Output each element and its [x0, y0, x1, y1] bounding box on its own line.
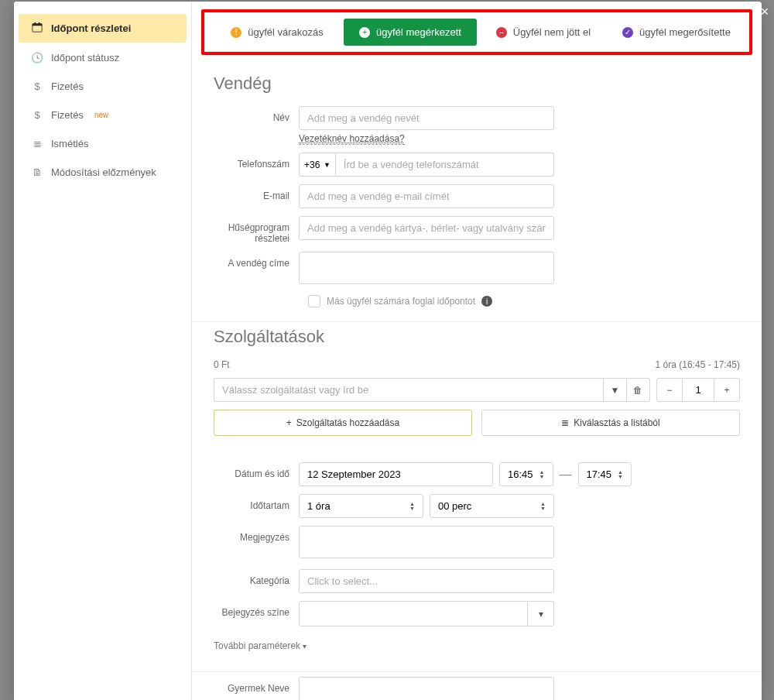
sidebar-item-payment-new[interactable]: $ Fizetés new	[19, 101, 187, 129]
child-name-input[interactable]	[299, 677, 554, 700]
plus-circle-icon: +	[359, 27, 370, 38]
note-input[interactable]	[299, 526, 554, 558]
date-value: 12 Szeptember 2023	[307, 468, 401, 480]
service-delete-btn[interactable]: 🗑	[627, 378, 650, 402]
add-surname-link[interactable]: Vezetéknév hozzáadása?	[299, 133, 405, 145]
dollar-icon: $	[31, 81, 43, 92]
calendar-icon	[31, 22, 43, 35]
svg-rect-2	[35, 22, 36, 25]
warning-icon: !	[231, 27, 241, 38]
loyalty-input[interactable]	[299, 216, 554, 240]
qty-value: 1	[683, 378, 714, 402]
address-input[interactable]	[299, 252, 554, 284]
clock-icon: 🕓	[31, 52, 43, 63]
total-duration: 1 óra (16:45 - 17:45)	[656, 359, 740, 370]
minutes-select[interactable]: 00 perc ▲▼	[430, 494, 554, 518]
btn-label: Szolgáltatás hozzáadása	[296, 417, 399, 428]
guest-section: Vendég Név Vezetéknév hozzáadása? Telefo…	[192, 69, 762, 322]
appointment-modal: Időpont részletei 🕓 Időpont státusz $ Fi…	[14, 2, 762, 700]
other-client-label: Más ügyfél számára foglal időpontot	[327, 296, 475, 307]
info-icon[interactable]: i	[481, 296, 492, 307]
services-section: Szolgáltatások 0 Ft 1 óra (16:45 - 17:45…	[192, 322, 762, 672]
status-label: ügyfél megérkezett	[376, 26, 461, 38]
status-arrived[interactable]: + ügyfél megérkezett	[344, 19, 477, 46]
main-content: ! ügyfél várakozás + ügyfél megérkezett …	[192, 2, 762, 700]
end-time-input[interactable]: 17:45 ▲▼	[578, 462, 632, 486]
status-label: Ügyfél nem jött el	[513, 26, 591, 38]
more-params-label: További paraméterek	[214, 640, 300, 651]
service-dropdown-btn[interactable]: ▼	[603, 378, 626, 402]
sidebar-item-label: Időpont részletei	[51, 22, 131, 34]
address-label: A vendég címe	[214, 252, 299, 269]
hours-value: 1 óra	[307, 500, 330, 512]
phone-prefix-select[interactable]: +36 ▼	[299, 153, 336, 177]
child-section: Gyermek Neve	[192, 672, 762, 700]
email-label: E-mail	[214, 184, 299, 201]
section-heading: Szolgáltatások	[214, 327, 740, 347]
minus-circle-icon: –	[496, 27, 507, 38]
category-label: Kategória	[214, 569, 299, 586]
select-from-list-btn[interactable]: ≣ Kiválasztás a listából	[481, 410, 740, 436]
dash: —	[560, 468, 572, 482]
duration-label: Időtartam	[214, 494, 299, 511]
service-select-input[interactable]	[214, 378, 603, 402]
spinner-icon: ▲▼	[539, 470, 545, 479]
sidebar-item-label: Fizetés	[51, 109, 84, 121]
category-select[interactable]	[299, 569, 554, 593]
start-time-input[interactable]: 16:45 ▲▼	[499, 462, 553, 486]
color-swatch[interactable]	[299, 601, 528, 626]
date-picker[interactable]: 12 Szeptember 2023	[299, 462, 493, 486]
spinner-icon: ▲▼	[618, 470, 623, 479]
sidebar-item-status[interactable]: 🕓 Időpont státusz	[19, 44, 187, 71]
add-service-btn[interactable]: + Szolgáltatás hozzáadása	[214, 410, 472, 436]
status-confirmed[interactable]: ✓ ügyfél megerősítette	[610, 19, 743, 46]
section-heading: Vendég	[214, 74, 740, 94]
svg-rect-1	[33, 24, 42, 26]
email-input[interactable]	[299, 184, 554, 208]
color-dropdown-btn[interactable]: ▾	[528, 601, 554, 626]
close-icon[interactable]: ×	[757, 5, 772, 20]
list-icon: ≣	[561, 417, 569, 428]
new-badge: new	[94, 111, 108, 119]
sidebar-item-history[interactable]: 🗎 Módosítási előzmények	[19, 159, 187, 186]
phone-input[interactable]	[336, 153, 554, 177]
more-params-toggle[interactable]: További paraméterek	[214, 634, 740, 657]
trash-icon: 🗑	[633, 385, 642, 396]
hours-select[interactable]: 1 óra ▲▼	[299, 494, 423, 518]
btn-label: Kiválasztás a listából	[574, 417, 659, 428]
spinner-icon: ▲▼	[540, 502, 546, 511]
qty-plus-btn[interactable]: +	[714, 378, 740, 402]
child-name-label: Gyermek Neve	[214, 677, 299, 694]
chevron-down-icon: ▼	[324, 161, 330, 169]
status-label: ügyfél megerősítette	[639, 26, 731, 38]
end-time-value: 17:45	[587, 468, 612, 480]
start-time-value: 16:45	[508, 468, 533, 480]
sidebar-item-label: Időpont státusz	[51, 52, 119, 63]
sidebar-item-payment[interactable]: $ Fizetés	[19, 73, 187, 100]
status-bar: ! ügyfél várakozás + ügyfél megérkezett …	[201, 9, 752, 55]
check-circle-icon: ✓	[622, 27, 633, 38]
color-label: Bejegyzés színe	[214, 601, 299, 618]
plus-icon: +	[286, 417, 292, 428]
sidebar-item-label: Ismétlés	[51, 138, 88, 149]
date-label: Dátum és idő	[214, 462, 299, 479]
status-noshow[interactable]: – Ügyfél nem jött el	[477, 19, 610, 46]
status-label: ügyfél várakozás	[248, 26, 324, 38]
name-label: Név	[214, 106, 299, 123]
sidebar-item-label: Módosítási előzmények	[51, 166, 156, 178]
qty-minus-btn[interactable]: −	[656, 378, 683, 402]
guest-name-input[interactable]	[299, 106, 554, 130]
note-label: Megjegyzés	[214, 526, 299, 543]
doc-icon: 🗎	[31, 166, 43, 178]
sidebar-item-repeat[interactable]: ≣ Ismétlés	[19, 130, 187, 157]
svg-rect-3	[39, 22, 40, 25]
other-client-checkbox[interactable]	[308, 295, 320, 307]
status-waiting[interactable]: ! ügyfél várakozás	[211, 19, 344, 46]
spinner-icon: ▲▼	[409, 502, 415, 511]
list-icon: ≣	[31, 138, 43, 149]
phone-prefix-value: +36	[304, 160, 320, 170]
dollar-icon: $	[31, 109, 43, 121]
sidebar: Időpont részletei 🕓 Időpont státusz $ Fi…	[14, 2, 192, 700]
sidebar-item-details[interactable]: Időpont részletei	[19, 14, 187, 43]
loyalty-label: Hűségprogram részletei	[214, 216, 299, 244]
